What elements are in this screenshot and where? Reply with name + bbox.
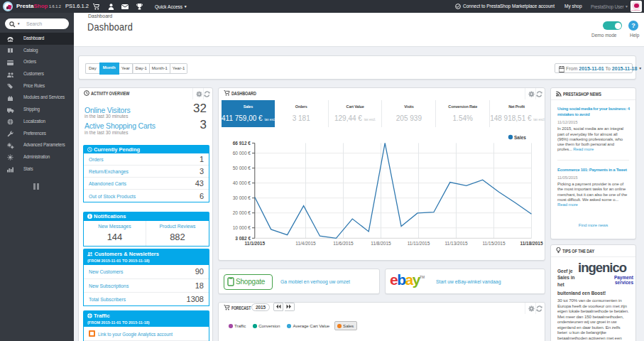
svg-text:3 082 €: 3 082 € [235, 236, 251, 241]
svg-text:20 000 €: 20 000 € [233, 210, 251, 215]
svg-text:66 912 €: 66 912 € [233, 141, 251, 146]
svg-text:11/15/2015: 11/15/2015 [482, 241, 505, 246]
svg-text:11/8/2015: 11/8/2015 [371, 241, 391, 246]
svg-text:50 000 €: 50 000 € [233, 166, 251, 170]
svg-text:11/6/2015: 11/6/2015 [333, 241, 354, 246]
svg-text:60 000 €: 60 000 € [233, 151, 251, 156]
svg-text:11/4/2015: 11/4/2015 [295, 241, 316, 246]
svg-text:11/18/2015: 11/18/2015 [520, 241, 543, 246]
svg-text:11/1/2015: 11/1/2015 [245, 241, 266, 246]
svg-text:11/11/2015: 11/11/2015 [408, 241, 430, 246]
svg-text:30 000 €: 30 000 € [233, 195, 251, 200]
svg-text:11/13/2015: 11/13/2015 [444, 241, 467, 246]
svg-text:Sales: Sales [514, 135, 526, 140]
svg-text:10 000 €: 10 000 € [233, 225, 251, 230]
svg-text:40 000 €: 40 000 € [233, 180, 251, 185]
